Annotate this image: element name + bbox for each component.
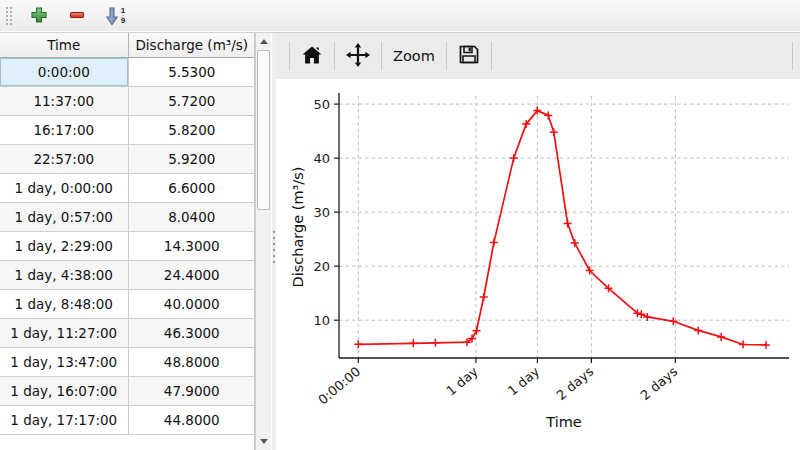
- discharge-cell[interactable]: 24.4000: [128, 260, 255, 289]
- scrollbar-up-button[interactable]: [256, 33, 271, 50]
- plus-icon: [30, 6, 48, 27]
- svg-text:40: 40: [313, 151, 330, 166]
- discharge-cell[interactable]: 5.8200: [128, 115, 255, 144]
- table-row: 1 day, 17:17:0044.8000: [0, 405, 255, 434]
- save-button[interactable]: [454, 40, 484, 72]
- save-icon: [458, 44, 480, 69]
- hydrograph-editor-window: 1 : 9 Time Discharge (m³/s): [0, 0, 800, 450]
- triangle-down-icon: [260, 439, 268, 444]
- discharge-cell[interactable]: 44.8000: [128, 405, 255, 434]
- time-cell[interactable]: 16:17:00: [0, 115, 128, 144]
- discharge-table: Time Discharge (m³/s) 0:00:005.530011:37…: [0, 33, 255, 435]
- toolbar-drag-handle[interactable]: [5, 6, 12, 26]
- time-cell[interactable]: 1 day, 4:38:00: [0, 260, 128, 289]
- remove-row-button[interactable]: [64, 3, 90, 29]
- svg-text:30: 30: [313, 205, 330, 220]
- time-cell[interactable]: 1 day, 16:07:00: [0, 376, 128, 405]
- time-cell[interactable]: 1 day, 2:29:00: [0, 231, 128, 260]
- tick-labels: 10203040500:00:001 day1 day2 days2 days: [313, 97, 680, 408]
- scrollbar-thumb[interactable]: [257, 50, 270, 210]
- discharge-cell[interactable]: 8.0400: [128, 202, 255, 231]
- table-row: 1 day, 4:38:0024.4000: [0, 260, 255, 289]
- column-header-time[interactable]: Time: [0, 33, 128, 57]
- table-row: 1 day, 0:00:006.6000: [0, 173, 255, 202]
- table-row: 22:57:005.9200: [0, 144, 255, 173]
- x-axis-label: Time: [545, 414, 582, 430]
- pan-arrows-icon: [346, 43, 370, 70]
- home-icon: [301, 45, 323, 68]
- time-cell[interactable]: 0:00:00: [0, 57, 128, 86]
- zoom-button[interactable]: Zoom: [389, 40, 439, 72]
- time-cell[interactable]: 1 day, 0:57:00: [0, 202, 128, 231]
- triangle-up-icon: [260, 39, 268, 44]
- table-row: 1 day, 8:48:0040.0000: [0, 289, 255, 318]
- time-cell[interactable]: 1 day, 17:17:00: [0, 405, 128, 434]
- svg-text:50: 50: [313, 97, 330, 112]
- discharge-cell[interactable]: 14.3000: [128, 231, 255, 260]
- table-panel: Time Discharge (m³/s) 0:00:005.530011:37…: [0, 33, 272, 450]
- time-cell[interactable]: 22:57:00: [0, 144, 128, 173]
- chart-canvas[interactable]: 10203040500:00:001 day1 day2 days2 daysT…: [276, 79, 800, 450]
- svg-text:1 day: 1 day: [443, 364, 481, 399]
- axes-spines: [339, 93, 789, 358]
- svg-text:0:00:00: 0:00:00: [315, 364, 363, 408]
- main-toolbar: 1 : 9: [0, 0, 800, 33]
- sort-ascending-button[interactable]: 1 : 9: [102, 3, 128, 29]
- y-axis-label: Discharge (m³/s): [290, 167, 306, 288]
- table-row: 11:37:005.7200: [0, 86, 255, 115]
- discharge-cell[interactable]: 40.0000: [128, 289, 255, 318]
- time-cell[interactable]: 1 day, 0:00:00: [0, 173, 128, 202]
- sort-digit-bottom: 9: [121, 18, 125, 24]
- time-cell[interactable]: 1 day, 11:27:00: [0, 318, 128, 347]
- svg-text:2 days: 2 days: [638, 364, 681, 403]
- table-row: 1 day, 11:27:0046.3000: [0, 318, 255, 347]
- discharge-cell[interactable]: 48.8000: [128, 347, 255, 376]
- table-row: 1 day, 13:47:0048.8000: [0, 347, 255, 376]
- sort-ascending-icon: 1 : 9: [105, 6, 125, 26]
- discharge-cell[interactable]: 6.6000: [128, 173, 255, 202]
- table-row: 0:00:005.5300: [0, 57, 255, 86]
- series-discharge: [354, 107, 770, 349]
- chart-toolbar: Zoom: [276, 33, 800, 79]
- zoom-button-label: Zoom: [393, 48, 435, 64]
- table-row: 1 day, 16:07:0047.9000: [0, 376, 255, 405]
- time-cell[interactable]: 11:37:00: [0, 86, 128, 115]
- data-point-markers: [354, 107, 770, 349]
- svg-text:10: 10: [313, 313, 330, 328]
- home-button[interactable]: [297, 40, 327, 72]
- grid-lines: [339, 96, 789, 358]
- time-cell[interactable]: 1 day, 13:47:00: [0, 347, 128, 376]
- table-row: 1 day, 0:57:008.0400: [0, 202, 255, 231]
- svg-text:1 day: 1 day: [505, 364, 543, 399]
- chart-panel: Zoom: [276, 33, 800, 450]
- table-row: 1 day, 2:29:0014.3000: [0, 231, 255, 260]
- table-row: 16:17:005.8200: [0, 115, 255, 144]
- pan-button[interactable]: [342, 40, 374, 72]
- discharge-cell[interactable]: 5.9200: [128, 144, 255, 173]
- table-wrap: Time Discharge (m³/s) 0:00:005.530011:37…: [0, 33, 255, 450]
- minus-icon: [68, 6, 86, 27]
- scrollbar-down-button[interactable]: [256, 433, 271, 450]
- table-scrollbar: [255, 33, 271, 450]
- scrollbar-track[interactable]: [256, 210, 271, 433]
- add-row-button[interactable]: [26, 3, 52, 29]
- tick-marks: [334, 104, 675, 363]
- column-header-discharge[interactable]: Discharge (m³/s): [128, 33, 255, 57]
- discharge-hydrograph-plot[interactable]: 10203040500:00:001 day1 day2 days2 daysT…: [276, 79, 799, 450]
- discharge-cell[interactable]: 5.5300: [128, 57, 255, 86]
- discharge-cell[interactable]: 5.7200: [128, 86, 255, 115]
- svg-text:2 days: 2 days: [554, 364, 597, 403]
- discharge-cell[interactable]: 47.9000: [128, 376, 255, 405]
- svg-text:20: 20: [313, 259, 330, 274]
- discharge-cell[interactable]: 46.3000: [128, 318, 255, 347]
- time-cell[interactable]: 1 day, 8:48:00: [0, 289, 128, 318]
